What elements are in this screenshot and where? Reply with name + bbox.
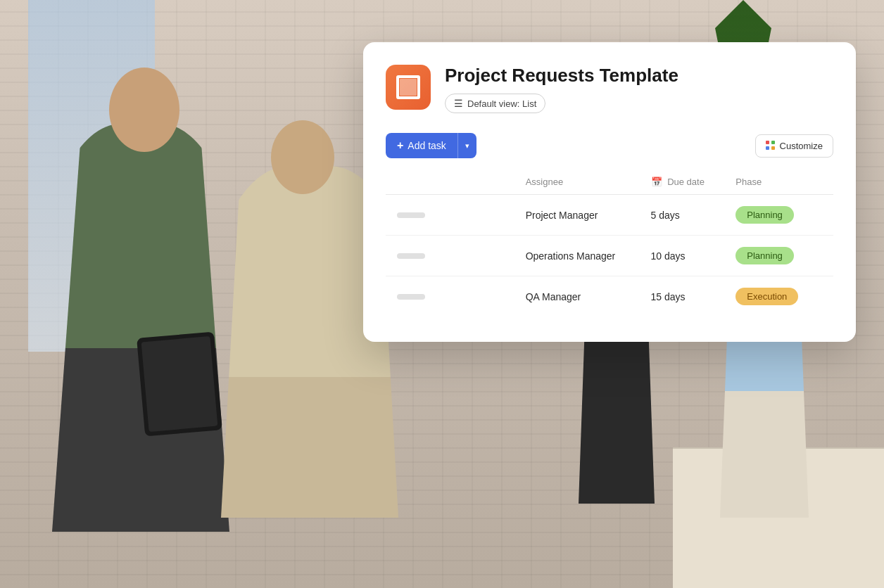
task-name-1 [397,212,503,218]
person-2-head [271,120,334,194]
col-phase: Phase [724,170,833,195]
dot-green [771,141,775,144]
tablet [137,331,222,436]
tasks-table: Assignee 📅 Due date Phase Project Manag [386,170,833,317]
customize-icon [766,141,776,151]
col-assignee: Assignee [514,170,640,195]
phase-cell-1: Planning [724,195,833,236]
assignee-cell-2: Operations Manager [514,236,640,276]
person-1-head [109,68,179,152]
phase-badge-1: Planning [735,206,794,224]
chevron-down-icon: ▾ [465,141,469,150]
assignee-cell-3: QA Manager [514,276,640,317]
phase-badge-3: Execution [735,288,798,305]
calendar-icon: 📅 [651,177,662,187]
header-text: Project Requests Template ☰ Default view… [445,65,833,113]
task-cell-3 [386,276,514,317]
project-requests-card: Project Requests Template ☰ Default view… [363,42,856,342]
card-title: Project Requests Template [445,65,833,87]
assignee-cell-1: Project Manager [514,195,640,236]
add-task-label: Add task [408,140,446,151]
customize-label: Customize [780,141,823,151]
task-bar-2 [397,253,425,259]
view-badge-label: Default view: List [467,98,536,109]
toolbar: + Add task ▾ Customize [386,133,833,158]
task-cell-2 [386,236,514,276]
task-name-2 [397,253,503,259]
dot-blue [766,146,769,150]
table-header-row: Assignee 📅 Due date Phase [386,170,833,195]
card-header: Project Requests Template ☰ Default view… [386,65,833,113]
tablet-screen [141,336,218,432]
app-icon [386,65,431,110]
due-date-cell-1: 5 days [640,195,725,236]
table-row: Project Manager 5 days Planning [386,195,833,236]
dot-orange [771,146,775,150]
table-row: Operations Manager 10 days Planning [386,236,833,276]
phase-cell-2: Planning [724,236,833,276]
task-name-3 [397,294,503,300]
dot-red [766,141,769,144]
due-date-cell-2: 10 days [640,236,725,276]
list-icon: ☰ [454,98,463,109]
col-task [386,170,514,195]
col-due-date: 📅 Due date [640,170,725,195]
customize-button[interactable]: Customize [755,134,833,158]
due-date-cell-3: 15 days [640,276,725,317]
task-bar-3 [397,294,425,300]
plus-icon: + [397,139,403,152]
table-row: QA Manager 15 days Execution [386,276,833,317]
add-task-dropdown-button[interactable]: ▾ [457,133,476,158]
default-view-badge[interactable]: ☰ Default view: List [445,94,545,113]
task-cell-1 [386,195,514,236]
task-bar-1 [397,212,425,218]
phase-badge-2: Planning [735,247,794,264]
add-task-button[interactable]: + Add task [386,133,457,158]
add-task-group: + Add task ▾ [386,133,476,158]
app-icon-graphic [396,75,420,99]
phase-cell-3: Execution [724,276,833,317]
